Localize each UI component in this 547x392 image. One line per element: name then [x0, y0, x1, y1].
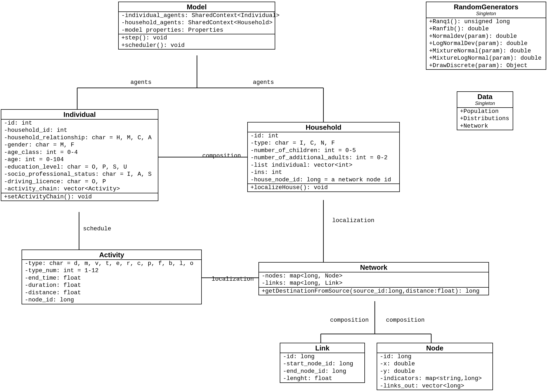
attr: -number_of_children: int = 0-5 [248, 147, 399, 154]
attr: -age: int = 0-104 [1, 156, 158, 164]
attr: -education_level: char = O, P, S, U [1, 164, 158, 171]
attr: -end_time: float [22, 275, 201, 282]
attr: -household_id: int [1, 127, 158, 134]
attr: -id: long [280, 353, 364, 361]
attr: -model properties: Properties [119, 27, 275, 34]
class-activity: Activity -type: char = d, m, v, t, e, r,… [22, 250, 202, 304]
attr: -y: double [377, 368, 492, 375]
class-network: Network -nodes: map<long, Node> -links: … [258, 262, 489, 295]
attr: -lenght: float [280, 375, 364, 382]
class-household: Household -id: int -type: char = I, C, N… [247, 122, 400, 192]
op: +Ranq1(): unsigned long [426, 18, 546, 26]
op: +MixtureNormal(param): double [426, 47, 546, 55]
class-title: Individual [1, 110, 158, 119]
op: +DrawDiscrete(param): Object [426, 62, 546, 70]
attr: -id: int [248, 132, 399, 140]
attr: -list individual: vector<int> [248, 162, 399, 169]
attr: -distance: float [22, 289, 201, 297]
attr: -driving_licence: char = O, P [1, 178, 158, 186]
label-agents-right: agents [253, 79, 274, 86]
op: +Ranfib(): double [426, 25, 546, 33]
attr: -type_num: int = 1-12 [22, 267, 201, 275]
op: +scheduler(): void [119, 42, 275, 49]
attr: -gender: char = M, F [1, 141, 158, 149]
op: +getDestinationFromSource(source_id:long… [259, 288, 488, 295]
label-composition-ih: composition [202, 153, 241, 159]
op: +Network [457, 123, 513, 130]
op: +MixtureLogNormal(param): double [426, 55, 546, 62]
attr: -nodes: map<long, Node> [259, 272, 488, 280]
class-title: Activity [22, 250, 201, 259]
op: +LogNormalDev(param): double [426, 40, 546, 47]
attr: -start_node_id: long [280, 360, 364, 368]
label-schedule: schedule [83, 226, 111, 232]
attr: -type: char = d, m, v, t, e, r, c, p, f,… [22, 260, 201, 267]
op: +setActivityChain(): void [1, 193, 158, 201]
op: +step(): void [119, 34, 275, 42]
attr: -type: char = I, C, N, F [248, 140, 399, 147]
attr: -id: int [1, 120, 158, 127]
class-stereotype: Singleton [457, 101, 513, 107]
attr: -links: map<long, Link> [259, 280, 488, 287]
class-title: Data [457, 92, 513, 101]
attr: -individual_agents: SharedContext<Indivi… [119, 12, 275, 19]
class-title: Model [119, 2, 275, 11]
class-node: Node -id: long -x: double -y: double -in… [377, 343, 493, 390]
class-title: Household [248, 123, 399, 132]
class-title: Link [280, 343, 364, 353]
op: +Distributions [457, 115, 513, 123]
attr: -household_agents: SharedContext<Househo… [119, 19, 275, 27]
class-model: Model -individual_agents: SharedContext<… [118, 2, 275, 50]
class-title: RandomGenerators [426, 2, 546, 11]
class-link: Link -id: long -start_node_id: long -end… [280, 343, 365, 383]
class-title: Node [377, 343, 492, 353]
label-composition-nl: composition [330, 317, 369, 324]
op: +localizeHouse(): void [248, 184, 399, 191]
label-composition-nn: composition [386, 317, 425, 324]
class-data: Data Singleton +Population +Distribution… [457, 91, 513, 130]
op: +Normaldev(param): double [426, 33, 546, 40]
attr: -end_node_id: long [280, 368, 364, 375]
attr: -activity_chain: vector<Activity> [1, 185, 158, 193]
class-title: Network [259, 263, 488, 272]
attr: -house_node_id: long = a network node id [248, 176, 399, 184]
label-localization-an: localization [212, 276, 254, 283]
attr: -socio_professional_status: char = I, A,… [1, 171, 158, 178]
attr: -household_relationship: char = H, M, C,… [1, 134, 158, 142]
class-stereotype: Singleton [426, 11, 546, 18]
attr: -age_class: int = 0-4 [1, 149, 158, 156]
attr: -x: double [377, 360, 492, 368]
attr: -number_of_additional_adults: int = 0-2 [248, 154, 399, 162]
attr: -links_out: vector<long> [377, 382, 492, 390]
attr: -indicators: map<string,long> [377, 375, 492, 382]
label-localization-hn: localization [332, 217, 374, 224]
attr: -duration: float [22, 282, 201, 289]
op: +Population [457, 108, 513, 115]
attr: -ins: int [248, 169, 399, 176]
class-random-generators: RandomGenerators Singleton +Ranq1(): uns… [426, 2, 546, 70]
label-agents-left: agents [130, 79, 151, 86]
attr: -id: long [377, 353, 492, 361]
class-individual: Individual -id: int -household_id: int -… [1, 109, 158, 201]
attr: -node_id: long [22, 296, 201, 304]
